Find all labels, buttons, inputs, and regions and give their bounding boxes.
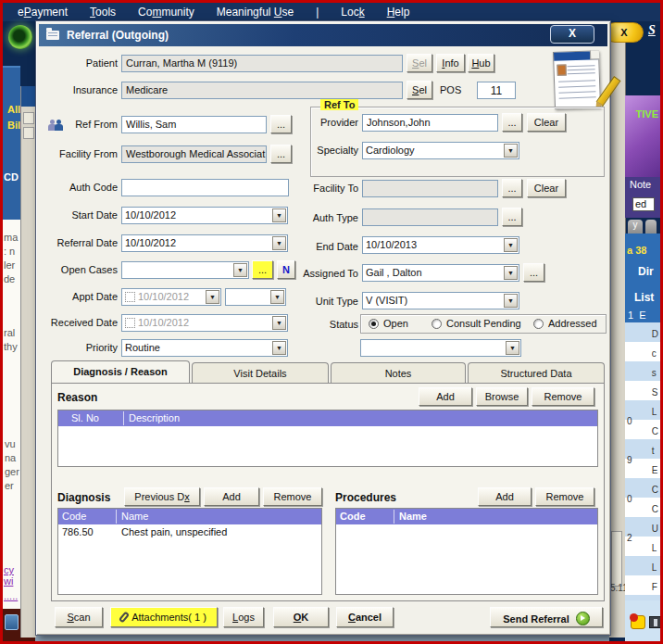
reason-add-button[interactable]: Add xyxy=(419,387,472,406)
chevron-down-icon[interactable] xyxy=(504,238,518,252)
open-cases-combo[interactable] xyxy=(121,261,249,279)
bg-tab[interactable] xyxy=(645,220,657,234)
chevron-down-icon[interactable] xyxy=(272,208,286,222)
insurance-label: Insurance xyxy=(40,84,118,95)
provider-field[interactable]: Johnson,John xyxy=(362,114,498,132)
diagnosis-remove-button[interactable]: Remove xyxy=(263,487,322,506)
reason-remove-button[interactable]: Remove xyxy=(532,387,594,406)
bg-button[interactable] xyxy=(5,614,19,630)
procedures-add-button[interactable]: Add xyxy=(478,487,532,506)
status-addressed-radio[interactable] xyxy=(533,319,544,329)
open-cases-lookup-button[interactable]: ... xyxy=(252,260,273,279)
chevron-down-icon[interactable] xyxy=(504,144,518,158)
auth-type-field[interactable] xyxy=(362,208,498,226)
tab-structured-data[interactable]: Structured Data xyxy=(468,362,605,383)
chevron-down-icon[interactable] xyxy=(504,294,518,308)
assigned-to-combo[interactable]: Gail , Dalton xyxy=(362,264,519,282)
received-date-combo[interactable]: 10/10/2012 xyxy=(121,314,288,332)
table-row[interactable]: 786.50 Chest pain, unspecified xyxy=(58,524,321,539)
menu-item-tools[interactable]: Tools xyxy=(90,6,116,19)
bg-ed-field[interactable]: ed xyxy=(632,197,655,211)
chevron-down-icon[interactable] xyxy=(272,341,286,355)
priority-combo[interactable]: Routine xyxy=(121,339,288,357)
progress-note-thumbnail[interactable] xyxy=(548,49,606,110)
menu-item-epayment[interactable]: ePayment xyxy=(18,6,68,19)
chevron-down-icon[interactable] xyxy=(233,263,247,277)
progress-note-page xyxy=(553,50,601,109)
bg-scroll-button[interactable] xyxy=(23,112,34,124)
bg-app-icon[interactable] xyxy=(631,615,645,629)
dialog-titlebar[interactable]: Referral (Outgoing) X xyxy=(39,24,607,46)
diagnosis-table[interactable]: Code Name 786.50 Chest pain, unspecified xyxy=(57,508,322,595)
patient-info-button[interactable]: Info xyxy=(436,54,465,72)
bg-app-icon[interactable] xyxy=(649,616,660,628)
pos-label: POS xyxy=(440,84,461,95)
patient-field[interactable]: Curran, Martha M (9119) xyxy=(121,55,403,72)
tab-notes[interactable]: Notes xyxy=(331,362,466,383)
status-consult-pending-radio[interactable] xyxy=(432,319,442,329)
facility-from-field[interactable]: Westborough Medical Associat xyxy=(121,145,267,163)
status-detail-combo[interactable] xyxy=(360,339,521,357)
insurance-field[interactable]: Medicare xyxy=(121,82,403,99)
close-button[interactable]: X xyxy=(550,25,594,44)
menu-item-lock[interactable]: Lock xyxy=(341,6,364,19)
provider-clear-button[interactable]: Clear xyxy=(527,113,566,132)
auth-code-field[interactable] xyxy=(121,179,289,196)
background-s-link[interactable]: S xyxy=(648,23,656,38)
scan-button[interactable]: Scan xyxy=(55,607,103,627)
bg-tab[interactable]: y xyxy=(628,220,643,234)
unit-type-combo[interactable]: V (VISIT) xyxy=(362,292,519,309)
appt-date-combo[interactable]: 10/10/2012 xyxy=(121,288,221,306)
appt-time-combo[interactable] xyxy=(225,288,286,306)
chevron-down-icon[interactable] xyxy=(272,316,286,330)
bg-link[interactable]: cy wi xyxy=(4,564,20,587)
logs-button[interactable]: Logs xyxy=(223,607,264,627)
chevron-down-icon[interactable] xyxy=(270,290,284,304)
reason-browse-button[interactable]: Browse xyxy=(476,387,528,406)
diagnosis-add-button[interactable]: Add xyxy=(204,487,259,506)
patient-hub-button[interactable]: Hub xyxy=(468,54,494,72)
ok-button[interactable]: OK xyxy=(273,607,329,627)
facility-to-field[interactable] xyxy=(362,180,498,197)
provider-lookup-button[interactable]: ... xyxy=(502,113,522,132)
specialty-combo[interactable]: Cardiology xyxy=(362,142,519,159)
menu-item-meaningful-use[interactable]: Meaningful Use xyxy=(217,6,294,19)
ref-from-field[interactable]: Willis, Sam xyxy=(121,116,267,133)
auth-type-lookup-button[interactable]: ... xyxy=(502,208,522,226)
bg-link[interactable]: ..... xyxy=(4,590,18,601)
tab-visit-details[interactable]: Visit Details xyxy=(192,362,329,383)
start-date-combo[interactable]: 10/10/2012 xyxy=(121,207,288,224)
end-date-combo[interactable]: 10/10/2013 xyxy=(362,236,519,254)
pos-field[interactable]: 11 xyxy=(477,82,516,99)
facility-to-clear-button[interactable]: Clear xyxy=(527,179,566,197)
appt-date-checkbox[interactable] xyxy=(125,292,135,302)
open-cases-n-button[interactable]: N xyxy=(277,260,295,279)
tab-diagnosis-reason[interactable]: Diagnosis / Reason xyxy=(51,360,190,383)
chevron-down-icon[interactable] xyxy=(272,236,286,250)
menu-item-community[interactable]: Community xyxy=(138,6,194,19)
chevron-down-icon[interactable] xyxy=(506,341,519,355)
menu-item-help[interactable]: Help xyxy=(387,6,410,19)
procedures-table[interactable]: Code Name xyxy=(335,508,598,595)
chevron-down-icon[interactable] xyxy=(206,290,219,304)
chevron-down-icon[interactable] xyxy=(504,266,518,280)
previous-dx-button[interactable]: Previous Dx xyxy=(124,487,200,506)
bg-scrollbar[interactable] xyxy=(611,531,622,587)
facility-from-lookup-button[interactable]: ... xyxy=(270,145,292,163)
attachments-button[interactable]: Attachments( 1 ) xyxy=(110,607,218,627)
cancel-button[interactable]: Cancel xyxy=(336,607,394,627)
specialty-label: Specialty xyxy=(295,145,358,156)
insurance-sel-button[interactable]: Sel xyxy=(407,81,432,99)
received-date-checkbox[interactable] xyxy=(125,318,135,328)
bg-scroll-button[interactable] xyxy=(23,127,34,139)
facility-to-lookup-button[interactable]: ... xyxy=(502,179,522,197)
send-referral-button[interactable]: Send Referral xyxy=(490,607,603,627)
ref-from-lookup-button[interactable]: ... xyxy=(270,115,292,133)
reason-table[interactable]: Sl. No Description xyxy=(57,410,598,467)
assigned-to-lookup-button[interactable]: ... xyxy=(523,263,544,282)
referral-date-combo[interactable]: 10/10/2012 xyxy=(121,234,288,252)
patient-sel-button[interactable]: Sel xyxy=(407,54,432,72)
facility-from-label: Facility From xyxy=(40,148,118,159)
status-open-radio[interactable] xyxy=(369,319,379,329)
procedures-remove-button[interactable]: Remove xyxy=(535,487,594,506)
